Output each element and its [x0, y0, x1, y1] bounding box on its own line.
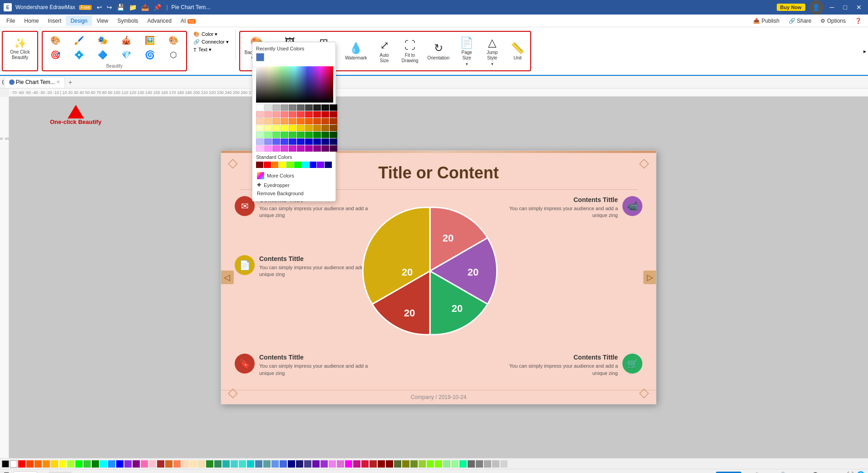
menu-view[interactable]: View	[92, 16, 113, 26]
std-yellow[interactable]	[279, 162, 286, 168]
color-bar-seagreen[interactable]	[214, 460, 222, 468]
color-o5[interactable]	[289, 118, 296, 124]
color-bar-olive[interactable]	[402, 460, 409, 468]
color-bar-deeppink[interactable]	[353, 460, 360, 468]
style-6-button[interactable]: 🎨	[163, 34, 184, 47]
add-page-btn[interactable]: +	[41, 471, 44, 473]
color-bar-gray[interactable]	[476, 460, 483, 468]
slide-prev-button[interactable]: ◁	[221, 271, 234, 284]
std-darkred[interactable]	[256, 162, 263, 168]
color-bar-dodgerblue[interactable]	[108, 460, 115, 468]
style-4-button[interactable]: 🎪	[115, 34, 137, 47]
color-bar-orchid[interactable]	[337, 460, 344, 468]
color-white[interactable]	[256, 104, 264, 111]
color-bar-midnightblue[interactable]	[296, 460, 303, 468]
color-bar-orange[interactable]	[35, 460, 42, 468]
color-bar-hotpink[interactable]	[141, 460, 148, 468]
color-b10[interactable]	[330, 138, 337, 145]
color-bar-peachpuff[interactable]	[182, 460, 189, 468]
color-bar-lime[interactable]	[75, 460, 83, 468]
color-bar-magenta[interactable]	[345, 460, 352, 468]
color-bar-violetlight[interactable]	[329, 460, 336, 468]
color-bar-darkturquoise[interactable]	[247, 460, 254, 468]
auto-size-button[interactable]: ⤢ AutoSize	[374, 35, 395, 67]
color-bar-lawngreen[interactable]	[427, 460, 434, 468]
orientation-button[interactable]: ↻ Orientation	[424, 35, 452, 67]
color-y3[interactable]	[272, 125, 280, 131]
color-g3[interactable]	[272, 132, 280, 138]
maximize-button[interactable]: □	[841, 4, 850, 11]
color-gray5[interactable]	[297, 104, 305, 111]
menu-design[interactable]: Design	[66, 16, 92, 26]
color-p9[interactable]	[321, 145, 329, 152]
color-bar-olivedrab[interactable]	[410, 460, 418, 468]
color-p2[interactable]	[264, 145, 272, 152]
buy-now-button[interactable]: Buy Now	[777, 4, 805, 11]
color-bar-crimson[interactable]	[361, 460, 369, 468]
color-bar-medturquoise[interactable]	[231, 460, 238, 468]
color-bar-white[interactable]	[10, 460, 17, 468]
slide-next-button[interactable]: ▷	[643, 271, 656, 284]
color-bar-coral[interactable]	[173, 460, 181, 468]
help-bubble-btn[interactable]: ?	[857, 471, 864, 473]
tab-pie-chart[interactable]: Pie Chart Tem... ✕	[4, 77, 65, 88]
color-bar-darkolivegreen[interactable]	[394, 460, 401, 468]
color-bar-chocolate[interactable]	[165, 460, 173, 468]
fit-window-btn[interactable]: ⛶	[847, 471, 853, 473]
style-11-button[interactable]: 🌀	[139, 48, 161, 62]
one-click-beautify-button[interactable]: ✨ One ClickBeautify	[6, 34, 34, 65]
color-o9[interactable]	[321, 118, 329, 124]
style-9-button[interactable]: 🔷	[92, 48, 113, 62]
color-bar-yellowgreen[interactable]	[67, 460, 74, 468]
color-b4[interactable]	[281, 138, 288, 145]
color-y4[interactable]	[281, 125, 288, 131]
style-12-button[interactable]: ⬡	[163, 48, 184, 62]
color-r6[interactable]	[297, 111, 305, 118]
color-bar-darkslateblue[interactable]	[304, 460, 311, 468]
color-bar-navy[interactable]	[288, 460, 295, 468]
color-o3[interactable]	[272, 118, 280, 124]
color-bar-lightgreen[interactable]	[443, 460, 450, 468]
color-bar-limegreen[interactable]	[84, 460, 91, 468]
color-o10[interactable]	[330, 118, 337, 124]
undo-btn[interactable]: ↩	[95, 3, 104, 12]
color-gray7[interactable]	[313, 104, 321, 111]
color-b9[interactable]	[321, 138, 329, 145]
color-p10[interactable]	[330, 145, 337, 152]
color-bar-darkred[interactable]	[378, 460, 385, 468]
color-bar-blueviolet[interactable]	[124, 460, 132, 468]
help-btn[interactable]: ❓	[850, 16, 866, 26]
color-bar-lightgray[interactable]	[500, 460, 508, 468]
color-o1[interactable]	[256, 118, 264, 124]
remove-background-action[interactable]: Remove Background	[256, 189, 332, 197]
more-colors-action[interactable]: More Colors	[256, 171, 332, 181]
style-7-button[interactable]: 🎯	[44, 48, 66, 62]
publish-btn[interactable]: 📤 Publish	[749, 16, 784, 26]
color-r9[interactable]	[321, 111, 329, 118]
options-btn[interactable]: ⚙ Options	[816, 16, 850, 26]
export-btn[interactable]: 📤	[140, 3, 150, 12]
color-bar-forestgreen[interactable]	[206, 460, 213, 468]
color-bar-violet[interactable]	[312, 460, 320, 468]
open-btn[interactable]: 📁	[128, 3, 138, 12]
color-y7[interactable]	[305, 125, 313, 131]
color-gradient-palette[interactable]	[256, 66, 333, 103]
color-g1[interactable]	[256, 132, 264, 138]
std-lime[interactable]	[286, 162, 294, 168]
color-p7[interactable]	[305, 145, 313, 152]
color-bar-green[interactable]	[92, 460, 99, 468]
fit-to-drawing-button[interactable]: ⛶ Fit toDrawing	[399, 35, 421, 67]
minimize-button[interactable]: ─	[827, 4, 837, 11]
color-gray8[interactable]	[321, 104, 329, 111]
color-bar-yellow[interactable]	[59, 460, 66, 468]
color-p6[interactable]	[297, 145, 305, 152]
style-1-button[interactable]: 🎨	[44, 34, 66, 47]
color-gray6[interactable]	[305, 104, 313, 111]
std-purple[interactable]	[317, 162, 324, 168]
color-p4[interactable]	[281, 145, 288, 152]
color-b7[interactable]	[305, 138, 313, 145]
pin-btn[interactable]: 📌	[152, 3, 163, 12]
color-bar-darkorchid[interactable]	[321, 460, 328, 468]
color-r1[interactable]	[256, 111, 264, 118]
style-10-button[interactable]: 💎	[115, 48, 137, 62]
